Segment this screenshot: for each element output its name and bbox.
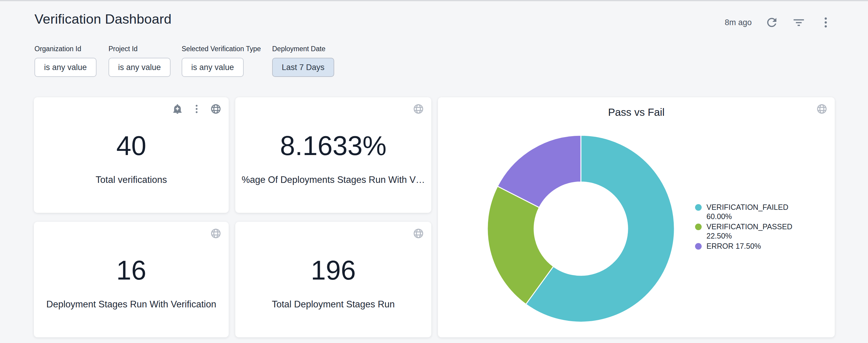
globe-icon[interactable] xyxy=(816,103,828,115)
page-title: Verification Dashboard xyxy=(34,11,172,27)
legend-swatch xyxy=(695,204,702,211)
filter-deployment-date: Deployment Date Last 7 Days xyxy=(272,45,334,77)
filter-label: Selected Verification Type xyxy=(182,45,261,53)
last-refresh-timestamp: 8m ago xyxy=(725,18,752,27)
filter-project-id: Project Id is any value xyxy=(108,45,170,77)
kpi-label: Deployment Stages Run With Verification xyxy=(46,299,216,310)
tile-total-verifications[interactable]: 40 Total verifications xyxy=(34,97,229,213)
legend-item-verification-passed[interactable]: VERIFICATION_PASSED 22.50% xyxy=(695,222,794,241)
filter-label: Organization Id xyxy=(34,45,96,53)
tile-actions xyxy=(816,103,828,115)
filter-label: Deployment Date xyxy=(272,45,334,53)
filter-icon[interactable] xyxy=(792,15,806,29)
tile-actions xyxy=(413,103,424,115)
filter-organization-id: Organization Id is any value xyxy=(34,45,96,77)
kpi-value: 8.1633% xyxy=(280,132,386,159)
tile-actions xyxy=(413,228,424,239)
globe-icon[interactable] xyxy=(413,103,424,115)
legend-item-verification-failed[interactable]: VERIFICATION_FAILED 60.00% xyxy=(695,203,794,221)
globe-icon[interactable] xyxy=(210,228,221,239)
globe-icon[interactable] xyxy=(210,103,221,115)
legend-label: VERIFICATION_FAILED xyxy=(707,203,788,211)
legend-percent: 60.00% xyxy=(707,212,732,220)
donut-chart[interactable] xyxy=(487,134,675,323)
dashboard-screen: Verification Dashboard 8m ago Organizati… xyxy=(0,0,868,343)
kpi-label: Total Deployment Stages Run xyxy=(272,299,395,310)
filter-selected-verification-type: Selected Verification Type is any value xyxy=(182,45,261,77)
dashboard-more-menu-icon[interactable] xyxy=(819,15,833,29)
legend-item-error[interactable]: ERROR 17.50% xyxy=(695,242,794,251)
legend-percent: 17.50% xyxy=(736,242,761,250)
legend-label: VERIFICATION_PASSED xyxy=(707,222,793,231)
filter-label: Project Id xyxy=(108,45,170,53)
filter-value-button[interactable]: is any value xyxy=(108,58,170,77)
legend-swatch xyxy=(695,224,702,230)
header-actions: 8m ago xyxy=(725,15,833,29)
tile-actions xyxy=(172,103,221,115)
kpi-value: 16 xyxy=(116,257,146,284)
kpi-label: %age Of Deployments Stages Run With V… xyxy=(242,174,425,185)
chart-title: Pass vs Fail xyxy=(438,106,835,118)
refresh-icon[interactable] xyxy=(765,15,779,29)
globe-icon[interactable] xyxy=(413,228,424,239)
legend-percent: 22.50% xyxy=(707,232,732,240)
filter-value-button[interactable]: Last 7 Days xyxy=(272,58,334,77)
filter-value-button[interactable]: is any value xyxy=(34,58,96,77)
chart-legend: VERIFICATION_FAILED 60.00% VERIFICATION_… xyxy=(695,203,794,252)
kpi-value: 40 xyxy=(116,132,146,159)
legend-label: ERROR xyxy=(707,242,734,250)
kpi-value: 196 xyxy=(311,257,356,284)
kpi-label: Total verifications xyxy=(96,174,167,185)
tile-pct-stages-with-verification[interactable]: 8.1633% %age Of Deployments Stages Run W… xyxy=(235,97,431,213)
filter-value-button[interactable]: is any value xyxy=(182,58,244,77)
tile-stages-run-with-verification[interactable]: 16 Deployment Stages Run With Verificati… xyxy=(34,222,229,337)
legend-swatch xyxy=(695,243,702,250)
tile-actions xyxy=(210,228,221,239)
tile-more-menu-icon[interactable] xyxy=(191,103,202,115)
alert-bell-add-icon[interactable] xyxy=(172,103,183,115)
tile-total-deployment-stages-run[interactable]: 196 Total Deployment Stages Run xyxy=(235,222,431,337)
top-divider xyxy=(0,0,868,1)
tile-pass-vs-fail-chart[interactable]: Pass vs Fail VERIFICATION_FAILED 60.00% … xyxy=(438,97,835,337)
